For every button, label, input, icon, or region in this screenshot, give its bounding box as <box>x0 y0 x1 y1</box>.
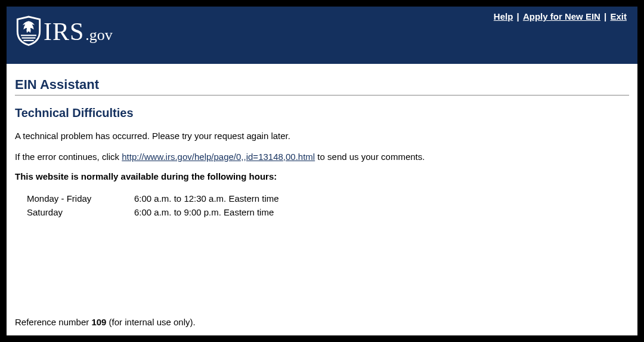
ref-number: 109 <box>91 317 106 327</box>
page-container: IRS .gov Help | Apply for New EIN | Exit… <box>6 6 638 336</box>
page-title: EIN Assistant <box>15 77 629 95</box>
hours-day: Monday - Friday <box>27 192 134 206</box>
logo-gov: .gov <box>85 26 113 44</box>
header-links: Help | Apply for New EIN | Exit <box>494 11 627 21</box>
ref-pre: Reference number <box>15 317 91 327</box>
svg-rect-1 <box>22 38 36 39</box>
help-text-pre: If the error continues, click <box>15 152 122 162</box>
help-link-paragraph: If the error continues, click http://www… <box>15 150 629 163</box>
hours-time: 6:00 a.m. to 9:00 p.m. Eastern time <box>134 206 629 220</box>
hours-day: Saturday <box>27 206 134 220</box>
error-message: A technical problem has occurred. Please… <box>15 130 629 142</box>
hours-row: Monday - Friday 6:00 a.m. to 12:30 a.m. … <box>27 192 629 206</box>
hours-row: Saturday 6:00 a.m. to 9:00 p.m. Eastern … <box>27 206 629 220</box>
irs-logo: IRS .gov <box>15 15 113 48</box>
hours-time: 6:00 a.m. to 12:30 a.m. Eastern time <box>134 192 629 206</box>
separator: | <box>516 11 523 21</box>
content: EIN Assistant Technical Difficulties A t… <box>7 64 637 219</box>
hours-table: Monday - Friday 6:00 a.m. to 12:30 a.m. … <box>27 192 629 219</box>
separator: | <box>603 11 610 21</box>
header: IRS .gov Help | Apply for New EIN | Exit <box>7 7 637 64</box>
svg-rect-2 <box>23 40 33 41</box>
reference-line: Reference number 109 (for internal use o… <box>15 317 196 327</box>
page-subtitle: Technical Difficulties <box>15 106 629 120</box>
apply-ein-link[interactable]: Apply for New EIN <box>523 11 600 21</box>
comments-link[interactable]: http://www.irs.gov/help/page/0,,id=13148… <box>122 152 315 162</box>
logo-irs: IRS <box>44 17 84 46</box>
svg-rect-0 <box>21 35 36 36</box>
help-text-post: to send us your comments. <box>315 152 425 162</box>
logo-text: IRS .gov <box>44 17 113 46</box>
ref-post: (for internal use only). <box>106 317 195 327</box>
help-link[interactable]: Help <box>494 11 513 21</box>
exit-link[interactable]: Exit <box>610 11 627 21</box>
eagle-icon <box>15 15 44 48</box>
hours-intro: This website is normally available durin… <box>15 171 629 181</box>
